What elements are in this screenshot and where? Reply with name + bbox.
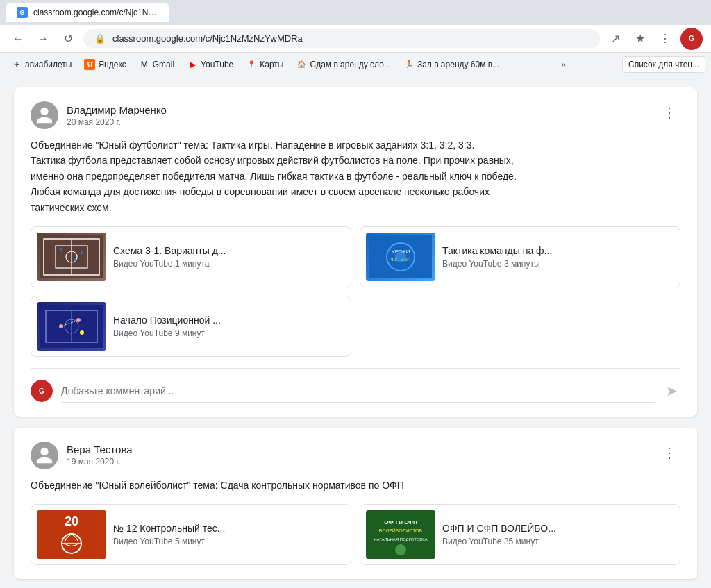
video-thumb-img-2: УРОКИ ФУТБОЛ [366,233,435,281]
video-thumb-img-3 [37,302,106,351]
video-info-3: Начало Позиционной ... Видео YouTube 9 м… [113,314,345,338]
user-avatar-img-1: G [31,380,53,402]
video-meta-2: Видео YouTube 3 минуты [442,259,674,269]
author-avatar-2 [31,442,58,469]
browser-chrome: G classroom.google.com/c/Njc1NzMzNzYwMDR… [0,0,711,76]
commenter-avatar-1: G [31,380,53,402]
video-info-2: Тактика команды на ф... Видео YouTube 3 … [442,245,674,269]
author-name-1: Владимир Марченко [67,104,167,116]
bookmark-zal[interactable]: 🏃 Зал в аренду 60м в... [398,56,505,73]
person-icon-2 [35,446,54,465]
svg-point-29 [395,544,406,555]
bookmark-yandex[interactable]: Я Яндекс [78,56,131,73]
video-item-4[interactable]: 20 № 12 Контрольный тес... Видео YouTube… [31,504,351,565]
video-thumb-5: ОФП И СФП ВОЛЕЙБОЛИСТОВ НАГАЛЬНАЯ ПОДГОТ… [366,510,435,559]
author-name-2: Вера Тестова [67,444,133,455]
post-more-button-1[interactable]: ⋮ [658,101,680,124]
bookmarks-bar: ✈ авиабилеты Я Яндекс M Gmail ▶ YouTube … [0,53,711,76]
soccer-field-svg-1 [40,235,103,278]
video-info-4: № 12 Контрольный тес... Видео YouTube 5 … [113,523,345,546]
tab-title: classroom.google.com/c/Njc1NzMzNzYwMDRa [33,8,158,17]
soccer-tactics-svg: УРОКИ ФУТБОЛ [369,235,432,278]
share-button[interactable]: ↗ [605,29,625,49]
video-meta-1: Видео YouTube 1 минута [113,259,345,269]
positional-play-svg [40,305,103,348]
video-meta-5: Видео YouTube 35 минут [442,537,674,546]
bookmarks-more-button[interactable]: » [555,56,571,72]
karty-favicon: 📍 [246,59,257,70]
profile-button[interactable]: G [680,28,703,50]
post-card-1: Владимир Марченко 20 мая 2020 г. ⋮ Объед… [14,87,697,417]
bookmark-karty-label: Карты [260,60,283,69]
post-text-2: Объединение "Юный волейболист" тема: Сда… [31,478,680,493]
video-grid-1: Схема 3-1. Варианты д... Видео YouTube 1… [31,226,680,357]
bookmark-karty[interactable]: 📍 Карты [240,56,289,73]
omnibox-actions: ↗ ★ ⋮ G [605,28,703,50]
bookmark-gmail-label: Gmail [153,60,174,69]
bookmarks-reading-list[interactable]: Список для чтен... [622,56,705,73]
post-header-1: Владимир Марченко 20 мая 2020 г. ⋮ [31,101,680,129]
svg-text:ВОЛЕЙБОЛИСТОВ: ВОЛЕЙБОЛИСТОВ [379,528,423,533]
forward-button[interactable]: → [33,29,53,49]
post-date-2: 19 мая 2020 г. [67,457,133,467]
video-item-5[interactable]: ОФП И СФП ВОЛЕЙБОЛИСТОВ НАГАЛЬНАЯ ПОДГОТ… [360,504,680,565]
active-tab[interactable]: G classroom.google.com/c/Njc1NzMzNzYwMDR… [6,3,169,22]
video-title-4: № 12 Контрольный тес... [113,523,345,534]
video-grid-2: 20 № 12 Контрольный тес... Видео YouTube… [31,504,680,565]
video-item-3[interactable]: Начало Позиционной ... Видео YouTube 9 м… [31,296,351,357]
person-icon-1 [35,106,54,125]
bookmark-yandex-label: Яндекс [98,60,126,69]
tab-favicon: G [17,7,28,18]
bookmark-gmail[interactable]: M Gmail [133,56,180,73]
bookmark-youtube[interactable]: ▶ YouTube [181,56,239,73]
reload-button[interactable]: ↺ [58,29,78,49]
svg-point-12 [395,251,406,262]
video-thumb-2: УРОКИ ФУТБОЛ [366,233,435,281]
svg-text:ОФП И СФП: ОФП И СФП [384,519,417,526]
browser-titlebar: G classroom.google.com/c/Njc1NzMzNzYwMDR… [0,0,711,25]
bookmarks-right-area: Список для чтен... [622,56,705,73]
omnibox-bar: ← → ↺ 🔒 classroom.google.com/c/Njc1NzMzN… [0,25,711,53]
comment-input-1[interactable] [61,380,655,403]
video-meta-4: Видео YouTube 5 минут [113,537,345,546]
bookmark-youtube-label: YouTube [201,60,233,69]
zal-favicon: 🏃 [403,59,415,70]
video-thumb-3 [37,302,106,351]
bookmark-zal-label: Зал в аренду 60м в... [417,60,499,69]
address-bar[interactable]: 🔒 classroom.google.com/c/Njc1NzMzNzYwMDR… [83,29,600,48]
svg-point-6 [74,258,76,261]
post-author-details-1: Владимир Марченко 20 мая 2020 г. [67,104,167,127]
video-title-2: Тактика команды на ф... [442,245,674,256]
video-thumb-img-1 [37,233,106,281]
svg-text:20: 20 [65,514,78,528]
back-button[interactable]: ← [8,29,28,49]
video-title-3: Начало Позиционной ... [113,314,345,326]
post-text-1: Объединение "Юный футболист" тема: Такти… [31,137,680,215]
svg-point-7 [81,251,83,254]
video-thumb-img-5: ОФП И СФП ВОЛЕЙБОЛИСТОВ НАГАЛЬНАЯ ПОДГОТ… [366,510,435,559]
comment-send-button-1[interactable]: ➤ [663,380,680,402]
url-text: classroom.google.com/c/Njc1NzMzNzYwMDRa [112,33,303,44]
video-title-1: Схема 3-1. Варианты д... [113,245,345,256]
post-more-button-2[interactable]: ⋮ [658,442,680,464]
author-avatar-1 [31,101,58,129]
post-author-details-2: Вера Тестова 19 мая 2020 г. [67,444,133,467]
youtube-favicon: ▶ [187,59,198,70]
bookmark-button[interactable]: ★ [630,29,650,49]
post-date-1: 20 мая 2020 г. [67,117,167,127]
video-info-1: Схема 3-1. Варианты д... Видео YouTube 1… [113,245,345,269]
extensions-button[interactable]: ⋮ [655,29,675,49]
lock-icon: 🔒 [94,33,106,44]
page-content: Владимир Марченко 20 мая 2020 г. ⋮ Объед… [0,76,711,588]
video-item-2[interactable]: УРОКИ ФУТБОЛ Тактика команды на ф... Вид… [360,226,680,287]
bookmark-sdam[interactable]: 🏠 Сдам в аренду сло... [290,56,396,73]
video-thumb-img-4: 20 [37,510,106,559]
volleyball-test-svg: 20 [37,510,106,559]
bookmark-aviabilety[interactable]: ✈ авиабилеты [6,56,77,73]
video-item-1[interactable]: Схема 3-1. Варианты д... Видео YouTube 1… [31,226,351,287]
ofp-sfp-svg: ОФП И СФП ВОЛЕЙБОЛИСТОВ НАГАЛЬНАЯ ПОДГОТ… [366,510,435,559]
video-thumb-1 [37,233,106,281]
comment-area-1: G ➤ [31,368,680,403]
video-title-5: ОФП И СФП ВОЛЕЙБО... [442,523,674,534]
svg-point-19 [80,330,84,335]
